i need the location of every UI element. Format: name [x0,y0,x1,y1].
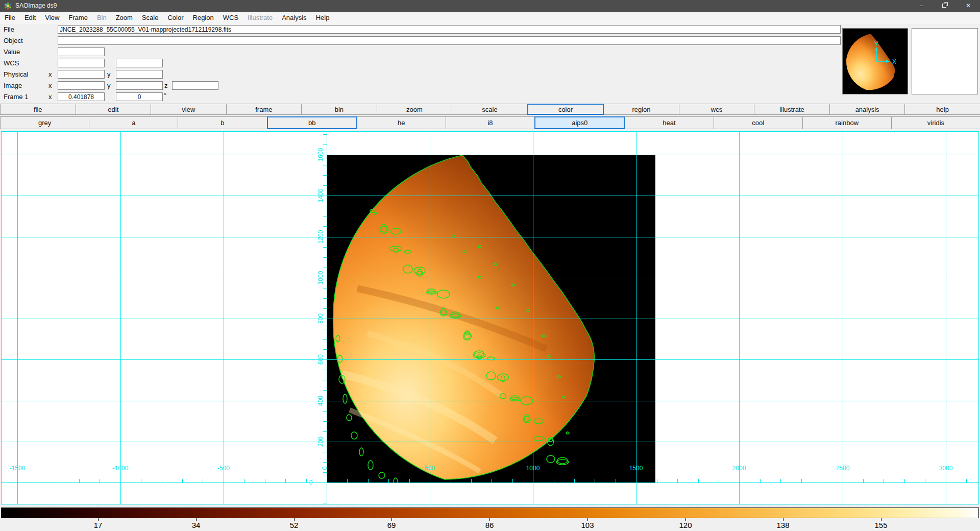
x-minor-tick [79,479,80,482]
toolbar-button-view[interactable]: view [151,104,227,115]
image-field-2[interactable] [116,81,163,90]
menu-item-view[interactable]: View [40,12,64,21]
x-minor-tick [966,479,967,482]
grid-vline--500 [224,132,224,504]
menu-item-zoom[interactable]: Zoom [111,12,137,21]
menu-item-analysis[interactable]: Analysis [277,12,311,21]
toolbar-button-region[interactable]: region [603,104,679,115]
menu-item-wcs[interactable]: WCS [218,12,243,21]
value-field-1[interactable] [58,47,105,56]
colorbar [1,508,979,518]
restore-icon [942,2,948,8]
toolbar-button-a[interactable]: a [89,116,178,129]
toolbar-button-bin[interactable]: bin [301,104,377,115]
toolbar-button-analysis[interactable]: analysis [829,104,905,115]
menu-item-frame[interactable]: Frame [64,12,92,21]
menu-item-help[interactable]: Help [311,12,334,21]
x-tick-label-2000: 2000 [732,465,746,472]
menu-item-file[interactable]: File [0,12,20,21]
y-minor-tick [323,462,327,463]
grid-hline-800 [2,319,978,319]
info-sublabel-x: x [48,70,52,78]
x-minor-tick [59,479,59,482]
toolbar-button-frame[interactable]: frame [226,104,302,115]
toolbar-button-grey[interactable]: grey [0,116,89,129]
colorbar-tick [489,518,490,521]
colorbar-tick-label-103: 103 [581,521,594,529]
grid-vline-2500 [843,132,843,504]
menu-item-bin: Bin [92,12,111,21]
toolbar-button-scale[interactable]: scale [452,104,528,115]
toolbar-button-rainbow[interactable]: rainbow [802,116,892,129]
y-minor-tick [323,329,327,329]
grid-vline-2000 [739,132,740,504]
grid-vline--1000 [120,132,121,504]
menu-bar: FileEditViewFrameBinZoomScaleColorRegion… [0,12,980,25]
minimize-button[interactable]: – [910,0,933,12]
y-tick-label-800: 800 [317,313,324,324]
grid-hline-400 [2,401,978,401]
physical-field-1[interactable] [58,70,105,79]
x-minor-tick [822,479,822,482]
toolbar-button-aips0[interactable]: aips0 [534,116,625,129]
wcs-field-2[interactable] [116,59,163,67]
toolbar-button-cool[interactable]: cool [714,116,803,129]
file-field-1[interactable]: JNCE_2023288_55C00055_V01-mapprojected17… [58,25,841,34]
x-axis-line [2,482,978,483]
x-minor-tick [451,479,451,482]
toolbar-button-he[interactable]: he [357,116,446,129]
y-tick-label-400: 400 [317,396,324,406]
toolbar-button-zoom[interactable]: zoom [377,104,453,115]
x-minor-tick [388,479,389,482]
restore-button[interactable] [933,0,957,12]
x-minor-tick [760,479,761,482]
physical-field-2[interactable] [116,70,163,79]
colorbar-tick [783,518,783,521]
image-field-1[interactable] [58,81,105,90]
y-minor-tick [323,134,327,135]
menu-item-edit[interactable]: Edit [20,12,40,21]
frame-1-field-1[interactable]: 0.401878 [58,92,105,101]
x-minor-tick [574,479,575,482]
toolbar-button-help[interactable]: help [904,104,980,115]
close-button[interactable]: ✕ [957,0,980,12]
x-minor-tick [719,479,719,482]
toolbar-button-heat[interactable]: heat [624,116,714,129]
toolbar-button-edit[interactable]: edit [76,104,152,115]
object-field-1[interactable] [58,36,841,45]
colorbar-tick [98,518,99,521]
menu-item-region[interactable]: Region [188,12,218,21]
wcs-field-1[interactable] [58,59,105,67]
image-field-3[interactable] [172,81,218,90]
info-label-object: Object [4,37,23,44]
toolbar-button-i8[interactable]: i8 [446,116,535,129]
toolbar-button-bb[interactable]: bb [267,116,357,129]
x-minor-tick [904,479,905,482]
colorbar-tick-label-34: 34 [192,521,201,529]
colorbar-tick-label-138: 138 [776,521,789,529]
image-canvas[interactable]: -1500-1000-50005001000150020002500300016… [1,131,979,504]
x-minor-tick [265,479,265,482]
panner[interactable]: Y X [842,28,908,94]
toolbar-button-b[interactable]: b [178,116,267,129]
menu-item-scale[interactable]: Scale [137,12,163,21]
y-tick-label-1600: 1600 [317,148,324,162]
grid-vline-1000 [533,132,533,504]
title-bar: SAOImage ds9 – ✕ [0,0,980,12]
y-minor-tick [323,308,327,309]
x-minor-tick [863,479,864,482]
menu-item-color[interactable]: Color [163,12,188,21]
grid-hline-600 [2,359,978,360]
toolbar-button-viridis[interactable]: viridis [891,116,980,129]
x-tick-label-500: 500 [425,465,435,472]
frame-1-field-2[interactable]: 0 [116,92,163,101]
y-minor-tick [323,349,327,350]
y-minor-tick [323,380,327,380]
x-minor-tick [801,479,802,482]
toolbar-button-file[interactable]: file [0,104,76,115]
toolbar-button-illustrate[interactable]: illustrate [754,104,830,115]
toolbar-button-color[interactable]: color [527,104,604,115]
colorbar-tick [587,518,588,521]
info-label-value: Value [4,48,20,56]
toolbar-button-wcs[interactable]: wcs [679,104,755,115]
